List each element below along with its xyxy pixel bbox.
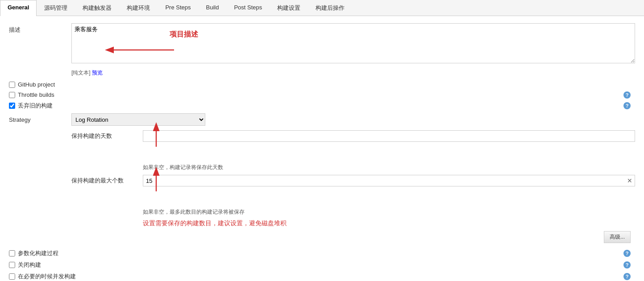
parametrize-label[interactable]: 参数化构建过程	[18, 249, 58, 257]
advanced-row: 高级...	[71, 231, 631, 243]
tab-source[interactable]: 源码管理	[37, 0, 75, 16]
github-project-checkbox[interactable]	[9, 82, 15, 88]
max-builds-input-wrapper: ✕	[143, 175, 635, 186]
disable-build-help-icon[interactable]: ?	[623, 261, 631, 269]
tab-build[interactable]: Build	[199, 0, 227, 16]
discard-old-row: 丢弃旧的构建 ?	[9, 102, 635, 110]
description-field: 项目描述	[71, 23, 635, 65]
concurrent-build-row: 在必要的时候并发构建 ?	[9, 273, 635, 281]
strategy-select[interactable]: Log Rotation None	[71, 113, 205, 126]
throttle-builds-label[interactable]: Throttle builds	[18, 91, 54, 98]
discard-old-checkbox[interactable]	[9, 103, 15, 109]
max-builds-input[interactable]	[143, 175, 635, 186]
throttle-builds-help-icon[interactable]: ?	[623, 91, 631, 99]
preview-link[interactable]: 预览	[92, 70, 103, 76]
description-row: 描述 项目描	[9, 23, 635, 65]
tab-settings[interactable]: 构建设置	[270, 0, 308, 16]
save-builds-annotation: 设置需要保存的构建数目，建议设置，避免磁盘堆积	[143, 219, 635, 227]
discard-old-help-icon[interactable]: ?	[623, 102, 631, 109]
days-input[interactable]	[143, 130, 635, 142]
tab-presteps[interactable]: Pre Steps	[158, 0, 198, 16]
strategy-row: Strategy Log Rotation None	[9, 113, 635, 126]
github-project-label[interactable]: GitHub project	[18, 81, 55, 88]
strategy-sub-fields: 保持构建的天数 如果非空，构建记录将保存此天数	[71, 130, 635, 243]
throttle-builds-row: Throttle builds ?	[9, 91, 635, 98]
main-content: 描述 项目描	[0, 16, 644, 281]
description-label: 描述	[9, 23, 71, 34]
days-hint: 如果非空，构建记录将保存此天数	[143, 164, 635, 171]
max-builds-row: 保持构建的最大个数 ✕	[71, 175, 635, 186]
parametrize-checkbox[interactable]	[9, 250, 15, 256]
strategy-label: Strategy	[9, 116, 71, 123]
tab-trigger[interactable]: 构建触发器	[75, 0, 119, 16]
tab-postbuild[interactable]: 构建后操作	[308, 0, 352, 16]
tab-env[interactable]: 构建环境	[119, 0, 158, 16]
description-textarea[interactable]	[71, 23, 635, 63]
concurrent-build-checkbox[interactable]	[9, 273, 15, 280]
concurrent-build-help-icon[interactable]: ?	[623, 273, 631, 280]
days-row: 保持构建的天数	[71, 130, 635, 142]
parametrize-help-icon[interactable]: ?	[623, 250, 631, 257]
throttle-builds-checkbox[interactable]	[9, 92, 15, 98]
disable-build-label[interactable]: 关闭构建	[18, 261, 41, 269]
tab-general[interactable]: General	[0, 0, 37, 16]
tab-poststeps[interactable]: Post Steps	[226, 0, 270, 16]
disable-build-row: 关闭构建 ?	[9, 261, 635, 269]
plain-text-hint: [纯文本]	[71, 70, 91, 76]
max-builds-label: 保持构建的最大个数	[71, 177, 143, 185]
disable-build-checkbox[interactable]	[9, 262, 15, 268]
max-builds-clear-button[interactable]: ✕	[627, 177, 632, 184]
advanced-button[interactable]: 高级...	[604, 231, 631, 243]
tab-bar: General 源码管理 构建触发器 构建环境 Pre Steps Build …	[0, 0, 644, 16]
days-input-wrapper	[143, 130, 635, 142]
discard-old-label[interactable]: 丢弃旧的构建	[18, 102, 53, 110]
max-builds-hint: 如果非空，最多此数目的构建记录将被保存	[143, 208, 635, 216]
textarea-footer: [纯文本] 预览	[71, 69, 635, 77]
github-project-row: GitHub project	[9, 81, 635, 88]
parametrize-row: 参数化构建过程 ?	[9, 249, 635, 257]
concurrent-build-label[interactable]: 在必要的时候并发构建	[18, 273, 76, 281]
days-label: 保持构建的天数	[71, 132, 143, 140]
page-container: General 源码管理 构建触发器 构建环境 Pre Steps Build …	[0, 0, 644, 281]
